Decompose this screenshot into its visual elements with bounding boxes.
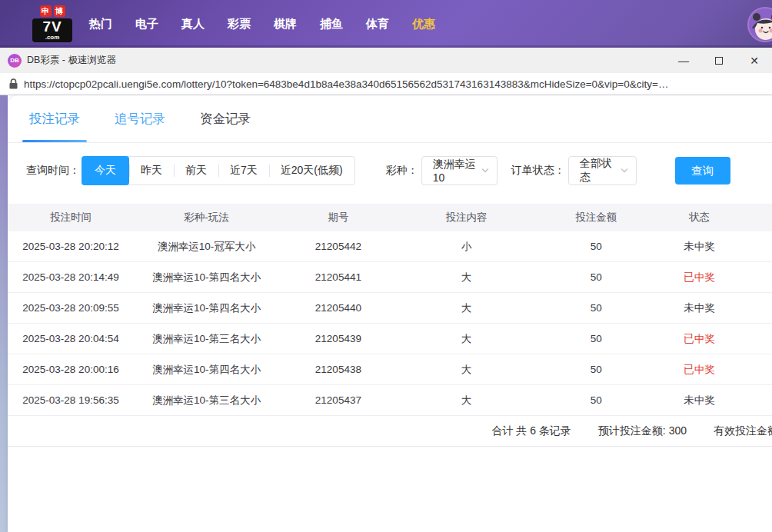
url-bar[interactable]: https://ctopcp02pcali.uengi5e.com/lotter… (0, 73, 772, 95)
time-option-today[interactable]: 今天 (82, 156, 129, 185)
table-cell: 大 (398, 332, 535, 346)
table-cell: 大 (398, 301, 535, 315)
minimize-icon[interactable]: — (666, 48, 701, 73)
header-bet-amount: 投注金额 (535, 211, 657, 224)
table-cell: 澳洲幸运10-第三名大小 (134, 394, 279, 407)
table-cell: 2025-03-28 20:04:54 (8, 333, 134, 344)
table-cell: 21205437 (279, 394, 398, 406)
table-body: 2025-03-28 20:20:12澳洲幸运10-冠军大小21205442小5… (8, 231, 772, 416)
avatar-illustration (749, 8, 772, 42)
table-row: 2025-03-28 20:04:54澳洲幸运10-第三名大小21205439大… (8, 324, 772, 354)
table-cell: 21205442 (279, 241, 398, 252)
table-cell: 50 (535, 302, 657, 314)
time-option-daybefore[interactable]: 前天 (174, 157, 218, 185)
nav-item-hot[interactable]: 热门 (89, 17, 112, 32)
logo-badge-right: 博 (54, 5, 65, 17)
url-text: https://ctopcp02pcali.uengi5e.com/lotter… (24, 78, 668, 90)
table-cell: 50 (535, 364, 657, 375)
table-cell: 50 (535, 241, 657, 252)
chevron-down-icon (621, 167, 628, 175)
filter-bar: 查询时间： 今天 昨天 前天 近7天 近20天(低频) 彩种： 澳洲幸运10 订… (8, 156, 772, 185)
table-cell: 2025-03-28 20:14:49 (8, 271, 134, 283)
nav-item-chess[interactable]: 棋牌 (274, 17, 297, 32)
tab-chase-records[interactable]: 追号记录 (115, 95, 165, 142)
tab-bet-records[interactable]: 投注记录 (29, 95, 80, 142)
lock-icon (9, 78, 18, 89)
nav-item-lottery[interactable]: 彩票 (228, 17, 251, 32)
table-cell: 大 (398, 394, 535, 407)
summary-total: 合计 共 6 条记录 (491, 424, 571, 438)
table-cell: 未中奖 (657, 301, 741, 315)
maximize-icon[interactable] (701, 48, 737, 73)
table-cell: 21205440 (279, 302, 398, 314)
nav-item-promo[interactable]: 优惠 (412, 17, 435, 32)
header-bet-content: 投注内容 (398, 211, 535, 224)
records-table: 投注时间 彩种-玩法 期号 投注内容 投注金额 状态 2025-03-28 20… (8, 204, 772, 416)
chevron-down-icon (481, 167, 489, 175)
time-option-yesterday[interactable]: 昨天 (129, 157, 174, 185)
table-cell: 澳洲幸运10-第四名大小 (134, 363, 279, 377)
tab-fund-records[interactable]: 资金记录 (200, 95, 251, 142)
table-cell: 50 (535, 394, 657, 406)
table-header: 投注时间 彩种-玩法 期号 投注内容 投注金额 状态 (8, 204, 772, 231)
table-cell: 50 (535, 271, 657, 283)
nav-item-fishing[interactable]: 捕鱼 (320, 17, 343, 32)
content-card: 投注记录 追号记录 资金记录 查询时间： 今天 昨天 前天 近7天 近20天(低… (8, 95, 772, 532)
table-cell: 21205441 (279, 271, 398, 283)
table-cell: 50 (535, 333, 657, 344)
db-favicon-icon: DB (8, 54, 22, 68)
table-row: 2025-03-28 20:14:49澳洲幸运10-第四名大小21205441大… (8, 262, 772, 293)
status-filter-label: 订单状态： (511, 164, 565, 178)
avatar[interactable] (747, 7, 772, 42)
search-button[interactable]: 查询 (675, 157, 730, 185)
window-controls: — ✕ (666, 48, 772, 73)
window-title: DB彩票 - 极速浏览器 (27, 54, 666, 67)
table-cell: 未中奖 (657, 394, 741, 407)
table-cell: 澳洲幸运10-第三名大小 (134, 332, 279, 346)
table-cell: 已中奖 (657, 332, 741, 346)
table-cell: 21205439 (279, 333, 398, 344)
header-bet-time: 投注时间 (8, 211, 134, 224)
page-content: 投注记录 追号记录 资金记录 查询时间： 今天 昨天 前天 近7天 近20天(低… (0, 95, 772, 532)
table-cell: 已中奖 (657, 271, 741, 284)
logo-sub-text: .com (45, 35, 60, 41)
table-row: 2025-03-28 20:09:55澳洲幸运10-第四名大小21205440大… (8, 293, 772, 324)
nav-item-electronic[interactable]: 电子 (135, 17, 158, 32)
summary-valid-amount: 有效投注金额 (714, 424, 772, 438)
lottery-select-value: 澳洲幸运10 (433, 158, 477, 184)
table-cell: 2025-03-28 19:56:35 (8, 394, 134, 406)
summary-bar: 合计 共 6 条记录 预计投注金额: 300 有效投注金额 (8, 416, 772, 447)
table-cell: 21205438 (279, 364, 398, 375)
table-row: 2025-03-28 20:00:16澳洲幸运10-第四名大小21205438大… (8, 354, 772, 385)
logo-badge-left: 申 (40, 5, 52, 17)
table-cell: 大 (398, 271, 535, 284)
table-cell: 2025-03-28 20:09:55 (8, 302, 134, 314)
record-tabs: 投注记录 追号记录 资金记录 (8, 95, 772, 143)
order-status-select[interactable]: 全部状态 (568, 156, 637, 185)
header-status: 状态 (657, 211, 741, 224)
lottery-select[interactable]: 澳洲幸运10 (421, 156, 497, 185)
logo-main-text: 7V (42, 19, 62, 35)
window-titlebar: DB DB彩票 - 极速浏览器 — ✕ (0, 48, 772, 73)
table-cell: 2025-03-28 20:00:16 (8, 364, 134, 375)
nav-item-live[interactable]: 真人 (181, 17, 205, 32)
nav-item-sports[interactable]: 体育 (366, 17, 389, 32)
table-cell: 2025-03-28 20:20:12 (8, 241, 134, 252)
lottery-filter-label: 彩种： (386, 164, 418, 178)
header-issue: 期号 (279, 211, 398, 224)
table-cell: 澳洲幸运10-第四名大小 (134, 301, 279, 315)
table-cell: 大 (398, 363, 535, 377)
table-cell: 澳洲幸运10-冠军大小 (134, 240, 279, 254)
summary-expected-amount: 预计投注金额: 300 (598, 424, 687, 438)
close-icon[interactable]: ✕ (737, 48, 772, 73)
main-nav: 热门 电子 真人 彩票 棋牌 捕鱼 体育 优惠 (89, 17, 435, 32)
time-option-20days[interactable]: 近20天(低频) (269, 157, 354, 185)
table-cell: 未中奖 (657, 240, 741, 254)
table-row: 2025-03-28 20:20:12澳洲幸运10-冠军大小21205442小5… (8, 231, 772, 262)
table-cell: 小 (398, 240, 535, 254)
site-logo[interactable]: 申 博 7V .com (32, 5, 72, 42)
time-range-group: 今天 昨天 前天 近7天 近20天(低频) (82, 156, 355, 185)
time-option-7days[interactable]: 近7天 (218, 157, 269, 185)
header-game-play: 彩种-玩法 (134, 211, 279, 224)
promo-banner: 申 博 7V .com 热门 电子 真人 彩票 棋牌 捕鱼 体育 优惠 (0, 0, 772, 48)
